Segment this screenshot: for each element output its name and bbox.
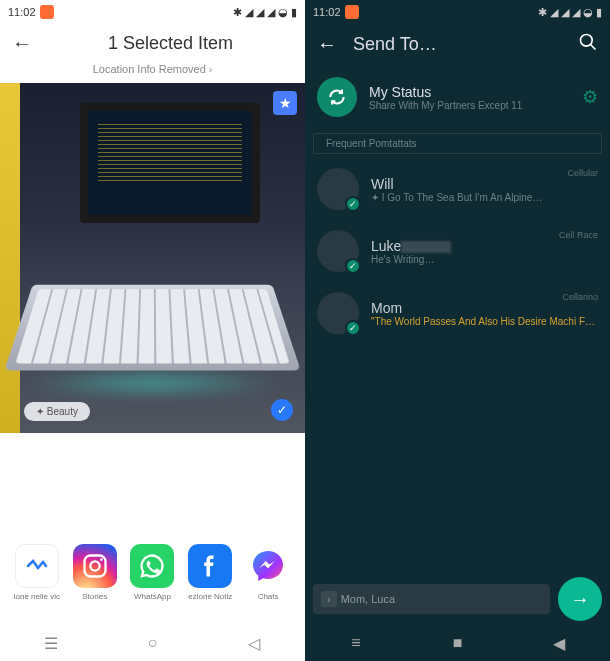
search-button[interactable] [578, 32, 598, 57]
header: ← Send To… [305, 24, 610, 65]
selected-image-preview[interactable]: ★ ✦ Beauty ✓ [0, 83, 305, 433]
share-apps-row: ione nelle vic Stories WhatsApp ezione N… [0, 524, 305, 621]
beauty-chip[interactable]: ✦ Beauty [24, 402, 90, 421]
nav-bar: ≡ ■ ◀ [305, 625, 610, 661]
status-bar: 11:02 ✱ ◢ ◢ ◢ ◒ ▮ [305, 0, 610, 24]
my-status-row[interactable]: My Status Share With My Partners Except … [305, 65, 610, 129]
nav-bar: ☰ ○ ◁ [0, 625, 305, 661]
svg-point-1 [90, 561, 99, 570]
status-refresh-icon [317, 77, 357, 117]
share-app-whatsapp[interactable]: WhatsApp [125, 544, 179, 601]
whatsapp-send-to-screen: 11:02 ✱ ◢ ◢ ◢ ◒ ▮ ← Send To… My Status S… [305, 0, 610, 661]
settings-gear-icon[interactable]: ⚙ [582, 86, 598, 108]
star-icon[interactable]: ★ [273, 91, 297, 115]
svg-line-4 [591, 45, 596, 50]
nav-menu-button[interactable]: ≡ [346, 633, 366, 653]
selected-check-icon: ✓ [345, 258, 361, 274]
status-time: 11:02 [313, 6, 341, 18]
nav-menu-button[interactable]: ☰ [41, 633, 61, 653]
back-button[interactable]: ← [12, 32, 32, 55]
contact-row[interactable]: ✓ Luke He's Writing… Cell Race [305, 220, 610, 282]
my-status-title: My Status [369, 84, 570, 100]
selected-check-icon: ✓ [345, 196, 361, 212]
header: ← 1 Selected Item Location Info Removed … [0, 24, 305, 83]
send-fab-button[interactable]: → [558, 577, 602, 621]
nav-home-button[interactable]: ○ [142, 633, 162, 653]
selected-check-icon: ✓ [345, 320, 361, 336]
selected-check-icon[interactable]: ✓ [271, 399, 293, 421]
status-icons: ✱ ◢ ◢ ◢ ◒ ▮ [538, 6, 602, 19]
notification-dot-icon [40, 5, 54, 19]
share-app-facebook[interactable]: ezione Notiz [183, 544, 237, 601]
contact-type: Cell Race [559, 230, 598, 240]
page-title: Send To… [353, 34, 562, 55]
gallery-share-screen: 11:02 ✱ ◢ ◢ ◢ ◒ ▮ ← 1 Selected Item Loca… [0, 0, 305, 661]
nav-back-button[interactable]: ◀ [549, 633, 569, 653]
status-bar: 11:02 ✱ ◢ ◢ ◢ ◒ ▮ [0, 0, 305, 24]
contact-row[interactable]: ✓ Will ✦ I Go To The Sea But I'm An Alpi… [305, 158, 610, 220]
share-app-instagram[interactable]: Stories [68, 544, 122, 601]
section-frequent-label: Frequent Pomtattats [313, 133, 602, 154]
contact-type: Cellular [567, 168, 598, 178]
recipients-input[interactable]: ›Mom, Luca [313, 584, 550, 614]
share-app-messenger[interactable]: Chats [241, 544, 295, 601]
back-button[interactable]: ← [317, 33, 337, 56]
contact-type: Cellarino [562, 292, 598, 302]
notification-dot-icon [345, 5, 359, 19]
nav-back-button[interactable]: ◁ [244, 633, 264, 653]
status-time: 11:02 [8, 6, 36, 18]
svg-point-3 [581, 35, 593, 47]
chevron-right-icon: › [209, 64, 212, 75]
contact-status: "The World Passes And Also His Desire Ma… [371, 316, 598, 327]
nav-home-button[interactable]: ■ [447, 633, 467, 653]
send-bar: ›Mom, Luca → [313, 577, 602, 621]
svg-point-2 [100, 558, 103, 561]
page-title: 1 Selected Item [48, 33, 293, 54]
contact-row[interactable]: ✓ Mom "The World Passes And Also His Des… [305, 282, 610, 344]
location-removed-link[interactable]: Location Info Removed › [12, 63, 293, 75]
contact-status: ✦ I Go To The Sea But I'm An Alpine… [371, 192, 598, 203]
contact-status: He's Writing… [371, 254, 598, 265]
contact-name: Will [371, 176, 598, 192]
status-icons: ✱ ◢ ◢ ◢ ◒ ▮ [233, 6, 297, 19]
my-status-subtitle: Share With My Partners Except 11 [369, 100, 570, 111]
share-app-nearby[interactable]: ione nelle vic [10, 544, 64, 601]
